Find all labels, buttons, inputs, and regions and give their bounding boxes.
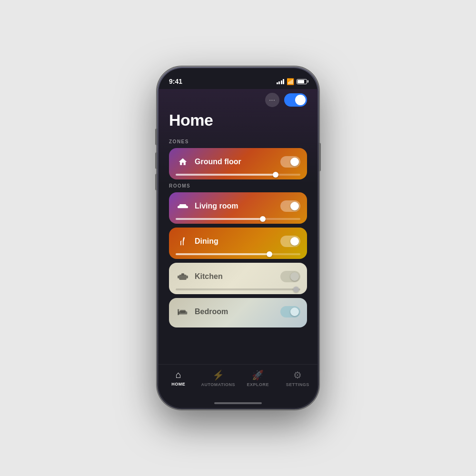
room-name-kitchen: Kitchen <box>195 272 223 281</box>
notch <box>207 68 269 81</box>
pot-icon <box>176 269 190 284</box>
utensils-icon <box>176 234 190 248</box>
scroll-area[interactable]: ZONES Ground floor <box>159 135 317 364</box>
zone-name-ground-floor: Ground floor <box>195 158 241 166</box>
zone-card-ground-floor[interactable]: Ground floor <box>169 148 307 179</box>
svg-rect-5 <box>178 276 179 278</box>
phone-screen: 9:41 📶 ··· <box>159 68 317 408</box>
brightness-slider-kitchen[interactable] <box>176 288 300 290</box>
nav-item-settings[interactable]: ⚙ SETTINGS <box>278 369 318 387</box>
brightness-slider-dining[interactable] <box>176 253 300 255</box>
svg-rect-9 <box>178 309 179 315</box>
toggle-dining[interactable] <box>280 236 300 247</box>
nav-item-explore[interactable]: 🚀 EXPLORE <box>238 369 278 387</box>
brightness-slider-living[interactable] <box>176 218 300 220</box>
house-icon <box>176 155 190 169</box>
bottom-nav: ⌂ HOME ⚡ AUTOMATIONS 🚀 EXPLORE ⚙ SETTING… <box>159 364 317 398</box>
page-title: Home <box>169 111 307 129</box>
brightness-slider-ground-floor[interactable] <box>176 174 300 176</box>
room-card-dining[interactable]: Dining <box>169 228 307 259</box>
svg-rect-6 <box>187 276 188 278</box>
room-card-kitchen[interactable]: Kitchen <box>169 263 307 294</box>
svg-rect-7 <box>181 273 184 275</box>
bed-icon <box>176 305 190 319</box>
room-name-dining: Dining <box>195 237 218 246</box>
wifi-icon: 📶 <box>287 78 294 85</box>
nav-item-automations[interactable]: ⚡ AUTOMATIONS <box>198 369 238 387</box>
status-icons: 📶 <box>277 78 307 85</box>
toggle-ground-floor[interactable] <box>280 156 300 168</box>
home-indicator <box>159 398 317 408</box>
nav-item-home[interactable]: ⌂ HOME <box>159 369 198 387</box>
room-name-living: Living room <box>195 202 238 210</box>
room-card-bedroom[interactable]: Bedroom <box>169 298 307 327</box>
automations-nav-label: AUTOMATIONS <box>201 382 235 387</box>
signal-icon <box>277 79 285 84</box>
rooms-label: ROOMS <box>169 183 307 188</box>
power-toggle[interactable] <box>284 93 307 107</box>
toggle-kitchen[interactable] <box>280 271 300 282</box>
more-button[interactable]: ··· <box>265 93 279 107</box>
room-name-bedroom: Bedroom <box>195 307 228 316</box>
toggle-living-room[interactable] <box>280 200 300 212</box>
explore-nav-icon: 🚀 <box>252 369 264 381</box>
svg-rect-2 <box>186 206 188 208</box>
svg-rect-4 <box>179 275 187 280</box>
battery-icon <box>297 79 307 84</box>
toggle-bedroom[interactable] <box>280 306 300 317</box>
settings-nav-icon: ⚙ <box>293 369 302 381</box>
header-top: ··· <box>169 93 307 107</box>
svg-rect-1 <box>178 206 179 208</box>
app-content: ··· Home ZONES <box>159 89 317 408</box>
room-card-living-room[interactable]: Living room <box>169 192 307 224</box>
svg-rect-10 <box>180 310 186 312</box>
svg-rect-3 <box>179 204 186 207</box>
sofa-icon <box>176 199 190 213</box>
header: ··· Home <box>159 89 317 135</box>
zones-label: ZONES <box>169 139 307 144</box>
more-dots-icon: ··· <box>269 97 275 103</box>
settings-nav-label: SETTINGS <box>286 382 309 387</box>
phone-frame: 9:41 📶 ··· <box>157 67 319 409</box>
home-nav-icon: ⌂ <box>176 369 181 380</box>
status-time: 9:41 <box>169 78 182 85</box>
explore-nav-label: EXPLORE <box>247 382 269 387</box>
automations-nav-icon: ⚡ <box>212 369 224 381</box>
home-nav-label: HOME <box>171 382 185 387</box>
